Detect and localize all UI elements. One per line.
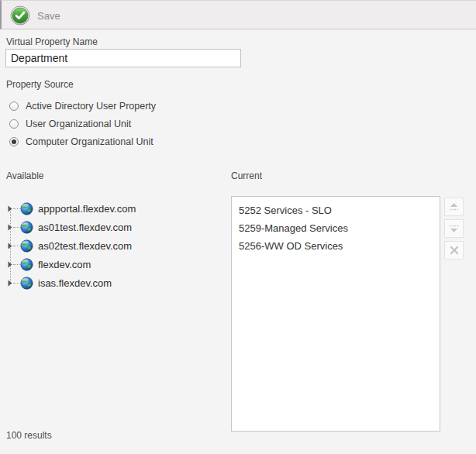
tree-item-appportal[interactable]: appportal.flexdev.com bbox=[8, 199, 225, 218]
triangle-up-icon bbox=[448, 202, 460, 212]
save-check-icon bbox=[10, 5, 30, 26]
radio-unselected-icon bbox=[9, 119, 19, 129]
tree-item-as01test[interactable]: as01test.flexdev.com bbox=[8, 218, 225, 236]
current-item[interactable]: 5259-Managed Services bbox=[232, 219, 440, 237]
tree-item-isas[interactable]: isas.flexdev.com bbox=[8, 273, 225, 292]
expand-arrow-icon[interactable] bbox=[8, 242, 12, 249]
triangle-down-icon bbox=[448, 224, 460, 233]
radio-unselected-icon bbox=[9, 101, 19, 111]
tree-item-as02test[interactable]: as02test.flexdev.com bbox=[8, 236, 225, 255]
current-item[interactable]: 5252 Services - SLO bbox=[232, 201, 440, 219]
virtual-property-editor: Save Virtual Property Name Property Sour… bbox=[0, 0, 476, 454]
save-button[interactable]: Save bbox=[9, 5, 67, 26]
radio-active-directory-user-property[interactable]: Active Directory User Property bbox=[9, 99, 156, 112]
remove-button[interactable] bbox=[444, 241, 464, 260]
radio-user-organizational-unit[interactable]: User Organizational Unit bbox=[9, 117, 131, 130]
tree-connector bbox=[13, 264, 19, 265]
toolbar: Save bbox=[0, 0, 476, 29]
available-label: Available bbox=[6, 170, 43, 181]
expand-arrow-icon[interactable] bbox=[8, 280, 12, 287]
current-listbox[interactable]: 5252 Services - SLO 5259-Managed Service… bbox=[231, 196, 440, 432]
radio-selected-icon bbox=[9, 137, 19, 146]
virtual-property-name-label: Virtual Property Name bbox=[6, 36, 98, 47]
save-button-label: Save bbox=[37, 10, 60, 22]
globe-icon bbox=[20, 202, 33, 215]
globe-icon bbox=[20, 239, 33, 253]
tree-connector bbox=[13, 283, 19, 284]
globe-icon bbox=[20, 277, 33, 290]
move-up-button[interactable] bbox=[444, 198, 464, 216]
tree-connector bbox=[13, 246, 19, 246]
property-source-label: Property Source bbox=[6, 79, 74, 90]
expand-arrow-icon[interactable] bbox=[8, 224, 12, 231]
tree-item-flexdev[interactable]: flexdev.com bbox=[8, 255, 225, 273]
available-tree: appportal.flexdev.com as01test.flexdev.c… bbox=[8, 199, 225, 292]
expand-arrow-icon[interactable] bbox=[8, 261, 12, 268]
tree-connector bbox=[13, 208, 19, 209]
current-item[interactable]: 5256-WW OD Services bbox=[232, 237, 440, 255]
current-label: Current bbox=[231, 170, 262, 181]
results-count: 100 results bbox=[6, 430, 52, 441]
globe-icon bbox=[20, 258, 33, 271]
radio-computer-organizational-unit[interactable]: Computer Organizational Unit bbox=[9, 135, 153, 148]
globe-icon bbox=[20, 221, 33, 234]
move-down-button[interactable] bbox=[444, 219, 464, 238]
expand-arrow-icon[interactable] bbox=[8, 205, 12, 212]
tree-connector bbox=[13, 227, 19, 228]
x-icon bbox=[450, 246, 459, 255]
virtual-property-name-input[interactable] bbox=[5, 49, 241, 67]
